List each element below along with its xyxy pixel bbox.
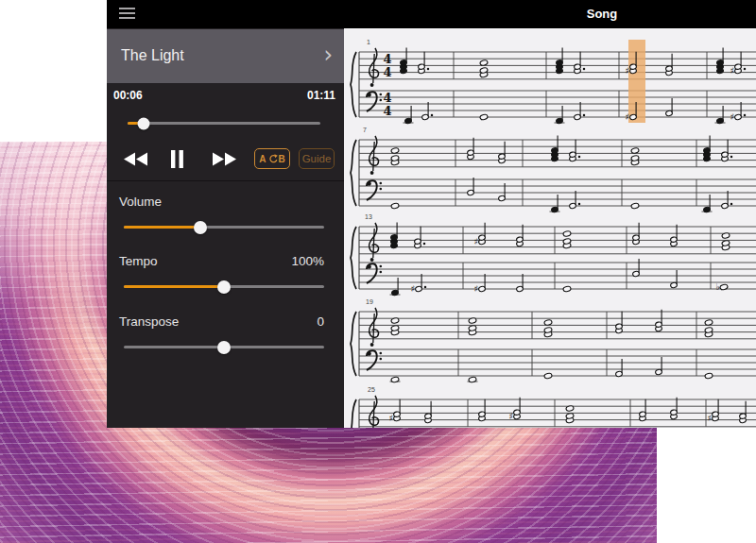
bass-clef-icon bbox=[380, 358, 383, 361]
note-head bbox=[479, 59, 488, 66]
augmentation-dot bbox=[578, 156, 581, 159]
measure-number: 25 bbox=[368, 386, 375, 393]
accidental: ♯ bbox=[730, 111, 735, 122]
time-signature: 4 bbox=[383, 91, 391, 105]
note-head bbox=[704, 373, 713, 380]
time-signature: 4 bbox=[383, 52, 391, 66]
system-brace bbox=[351, 140, 356, 206]
chevron-right-icon: › bbox=[323, 42, 333, 68]
bass-clef-icon bbox=[380, 182, 383, 185]
note-head bbox=[543, 319, 552, 326]
bass-clef-icon bbox=[380, 93, 383, 96]
note-head bbox=[543, 373, 552, 380]
sheet-music-panel[interactable]: 144447131925♯♯♯♯♯♯♯♭♯♯♯ bbox=[344, 28, 756, 428]
bass-clef-icon bbox=[380, 188, 383, 191]
note-head bbox=[390, 203, 399, 210]
note-head bbox=[479, 114, 488, 121]
accidental: ♯ bbox=[730, 65, 735, 76]
ab-repeat-a-label: A bbox=[259, 154, 266, 164]
augmentation-dot bbox=[744, 114, 747, 117]
augmentation-dot bbox=[730, 156, 733, 159]
section-divider bbox=[107, 180, 344, 181]
treble-clef-icon bbox=[370, 83, 374, 87]
system-brace bbox=[351, 52, 356, 117]
fast-forward-button[interactable] bbox=[211, 148, 236, 169]
transpose-value: 0 bbox=[317, 314, 324, 329]
tempo-label: Tempo bbox=[119, 254, 158, 268]
pause-button[interactable] bbox=[169, 148, 185, 169]
progress-thumb[interactable] bbox=[138, 117, 150, 129]
bass-clef-icon bbox=[367, 350, 377, 370]
time-elapsed: 00:06 bbox=[113, 89, 143, 102]
augmentation-dot bbox=[583, 68, 586, 71]
time-signature: 4 bbox=[383, 65, 391, 79]
augmentation-dot bbox=[431, 114, 434, 117]
system-brace bbox=[351, 399, 356, 428]
tab-song[interactable]: Song bbox=[587, 0, 618, 28]
ab-repeat-b-label: B bbox=[279, 154, 285, 164]
transport-controls: A B Guide bbox=[107, 148, 344, 169]
accidental: ♯ bbox=[474, 283, 479, 294]
bass-clef-icon bbox=[367, 263, 377, 283]
time-signature: 4 bbox=[383, 104, 391, 118]
bass-clef-icon bbox=[367, 92, 377, 111]
time-row: 00:06 01:11 bbox=[113, 89, 335, 102]
menu-icon[interactable] bbox=[119, 8, 135, 20]
note-head bbox=[704, 319, 713, 326]
guide-button[interactable]: Guide bbox=[299, 148, 335, 169]
rewind-button[interactable] bbox=[123, 148, 148, 169]
tempo-slider[interactable] bbox=[124, 285, 324, 288]
bass-clef-icon bbox=[367, 180, 377, 200]
transpose-label: Transpose bbox=[119, 314, 179, 329]
treble-clef-icon bbox=[373, 54, 374, 83]
volume-thumb[interactable] bbox=[194, 221, 207, 234]
volume-slider[interactable] bbox=[124, 226, 324, 229]
volume-fill bbox=[124, 226, 200, 229]
accidental: ♯ bbox=[389, 413, 394, 423]
accidental: ♯ bbox=[509, 411, 514, 421]
note-head bbox=[562, 286, 571, 293]
transpose-thumb[interactable] bbox=[217, 341, 231, 354]
progress-slider[interactable] bbox=[128, 122, 320, 125]
playhead-highlight bbox=[628, 40, 645, 123]
tempo-fill bbox=[124, 285, 224, 288]
accidental: ♯ bbox=[474, 236, 479, 246]
app-window: Song The Light › 00:06 01:11 bbox=[107, 0, 756, 428]
song-select-row[interactable]: The Light › bbox=[107, 29, 344, 83]
augmentation-dot bbox=[730, 203, 733, 206]
pause-icon bbox=[170, 150, 184, 168]
fast-forward-icon bbox=[212, 152, 236, 166]
sidebar: The Light › 00:06 01:11 bbox=[107, 28, 344, 428]
rewind-icon bbox=[124, 152, 148, 166]
tempo-thumb[interactable] bbox=[217, 280, 231, 294]
system-brace bbox=[351, 312, 356, 376]
sheet-music-svg: 144447131925♯♯♯♯♯♯♯♭♯♯♯ bbox=[344, 28, 756, 428]
bass-clef-icon bbox=[380, 265, 383, 268]
measure-number: 13 bbox=[365, 213, 372, 220]
measure-number: 7 bbox=[363, 127, 367, 133]
note-head bbox=[630, 147, 639, 154]
measure-number: 1 bbox=[367, 39, 370, 45]
time-total: 01:11 bbox=[307, 89, 335, 102]
accidental: ♭ bbox=[716, 281, 720, 292]
system-brace bbox=[351, 227, 356, 289]
augmentation-dot bbox=[427, 68, 430, 71]
augmentation-dot bbox=[578, 203, 581, 206]
accidental: ♯ bbox=[626, 65, 630, 76]
measure-number: 19 bbox=[366, 298, 373, 305]
accidental: ♯ bbox=[708, 413, 713, 423]
ab-repeat-loop-icon bbox=[267, 154, 278, 164]
augmentation-dot bbox=[423, 243, 426, 246]
note-head bbox=[562, 230, 571, 237]
ab-repeat-button[interactable]: A B bbox=[254, 148, 290, 169]
bass-clef-icon bbox=[380, 271, 383, 274]
transpose-slider[interactable] bbox=[124, 346, 324, 348]
song-title: The Light bbox=[121, 47, 184, 64]
treble-clef-icon bbox=[370, 258, 374, 262]
tempo-value: 100% bbox=[291, 254, 324, 268]
page: Song The Light › 00:06 01:11 bbox=[0, 0, 756, 543]
bass-clef-icon bbox=[380, 99, 383, 102]
accidental: ♯ bbox=[626, 111, 630, 122]
treble-clef-icon bbox=[373, 401, 374, 428]
accidental: ♯ bbox=[411, 283, 416, 294]
